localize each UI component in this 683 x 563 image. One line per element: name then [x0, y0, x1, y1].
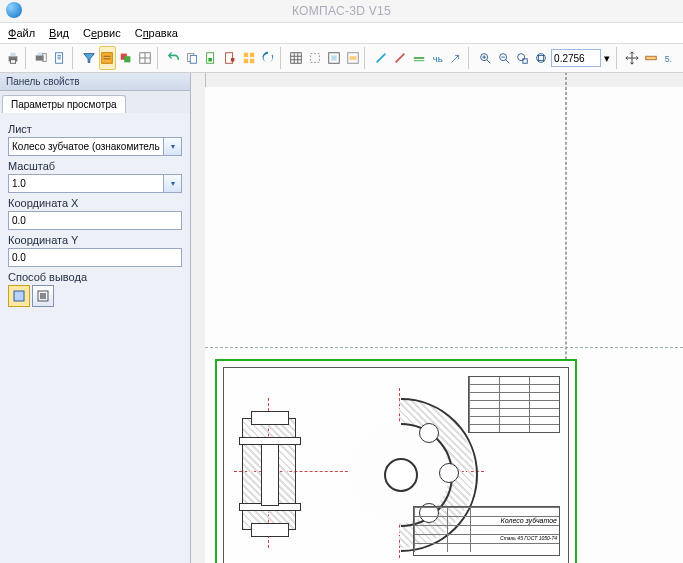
fit-icon[interactable] [325, 46, 343, 70]
svg-rect-7 [102, 53, 113, 64]
output-mode-1[interactable] [8, 285, 30, 307]
svg-rect-20 [250, 59, 254, 63]
tile-icon[interactable] [240, 46, 258, 70]
spec-table [468, 376, 560, 433]
measure-icon[interactable] [642, 46, 660, 70]
menu-file[interactable]: Файл [8, 27, 35, 39]
zoom-in-icon[interactable] [476, 46, 494, 70]
coord-y-label: Координата Y [8, 234, 182, 246]
page-boundary-2 [565, 73, 683, 563]
svg-rect-2 [10, 60, 15, 64]
arrow-icon[interactable] [447, 46, 465, 70]
svg-rect-6 [56, 53, 63, 64]
titlebar: КОМПАС-3D V15 [0, 0, 683, 23]
rotate-icon[interactable] [259, 46, 277, 70]
grid-icon[interactable] [287, 46, 305, 70]
zoom-out-icon[interactable] [495, 46, 513, 70]
layers-icon[interactable] [117, 46, 135, 70]
svg-rect-34 [646, 56, 657, 60]
drawing-canvas[interactable]: Колесо зубчатое Сталь 45 ГОСТ 1050-74 [191, 73, 683, 563]
app-logo-icon [6, 2, 22, 18]
scale-dropdown-icon[interactable]: ▾ [164, 174, 182, 193]
zoom-fit-icon[interactable] [532, 46, 550, 70]
svg-rect-26 [349, 56, 356, 60]
line3-icon[interactable] [410, 46, 428, 70]
more-icon[interactable]: 5. [661, 46, 679, 70]
menu-view[interactable]: Вид [49, 27, 69, 39]
svg-rect-12 [191, 55, 197, 63]
print-all-icon[interactable] [32, 46, 50, 70]
line1-icon[interactable] [372, 46, 390, 70]
svg-rect-24 [331, 55, 336, 60]
layout-icon[interactable] [136, 46, 154, 70]
svg-rect-22 [311, 54, 320, 63]
pan-icon[interactable] [623, 46, 641, 70]
svg-rect-33 [539, 55, 544, 60]
menubar: Файл Вид Сервис Справка [0, 23, 683, 44]
page-split-line [205, 347, 683, 348]
shaft-section [242, 418, 296, 530]
svg-rect-4 [38, 53, 43, 56]
undo-icon[interactable] [165, 46, 183, 70]
filter-icon[interactable] [80, 46, 98, 70]
sheet-area: Колесо зубчатое Сталь 45 ГОСТ 1050-74 [205, 87, 683, 563]
list-select[interactable] [8, 137, 164, 156]
doc2-icon[interactable] [221, 46, 239, 70]
svg-rect-36 [14, 291, 24, 301]
svg-point-30 [518, 54, 525, 61]
properties-panel: Панель свойств Параметры просмотра Лист … [0, 73, 191, 563]
coord-x-label: Координата X [8, 197, 182, 209]
scale-label: Масштаб [8, 160, 182, 172]
stamp-title: Колесо зубчатое [501, 517, 557, 524]
panel-tabs: Параметры просмотра [0, 91, 190, 113]
copy-icon[interactable] [183, 46, 201, 70]
print-icon[interactable] [4, 46, 22, 70]
zoom-window-icon[interactable] [513, 46, 531, 70]
svg-rect-18 [250, 53, 254, 57]
line2-icon[interactable] [391, 46, 409, 70]
output-mode-2[interactable] [32, 285, 54, 307]
scale-input[interactable] [8, 174, 164, 193]
svg-rect-38 [40, 293, 46, 299]
highlight-icon[interactable] [99, 46, 117, 70]
tab-view-params[interactable]: Параметры просмотра [2, 95, 126, 113]
doc1-icon[interactable] [202, 46, 220, 70]
svg-rect-1 [10, 53, 15, 57]
list-dropdown-icon[interactable]: ▾ [164, 137, 182, 156]
menu-service[interactable]: Сервис [83, 27, 121, 39]
app-title: КОМПАС-3D V15 [292, 4, 391, 18]
coord-x-input[interactable] [8, 211, 182, 230]
svg-rect-16 [231, 58, 235, 62]
title-block: Колесо зубчатое Сталь 45 ГОСТ 1050-74 [413, 506, 560, 556]
svg-rect-19 [244, 59, 248, 63]
svg-rect-21 [291, 53, 302, 64]
toolbar: чь ▾ 5. [0, 44, 683, 73]
select-window-icon[interactable] [306, 46, 324, 70]
drawing-frame: Колесо зубчатое Сталь 45 ГОСТ 1050-74 [223, 367, 569, 563]
text-icon[interactable]: чь [429, 46, 447, 70]
page-setup-icon[interactable] [51, 46, 69, 70]
svg-rect-9 [124, 56, 130, 62]
region-icon[interactable] [344, 46, 362, 70]
output-label: Способ вывода [8, 271, 182, 283]
zoom-field[interactable] [551, 49, 601, 67]
svg-rect-14 [209, 58, 213, 62]
svg-rect-17 [244, 53, 248, 57]
svg-text:5.: 5. [665, 54, 672, 64]
coord-y-input[interactable] [8, 248, 182, 267]
svg-text:чь: чь [433, 53, 443, 64]
dropdown-icon[interactable]: ▾ [602, 46, 613, 70]
panel-title: Панель свойств [0, 73, 190, 91]
menu-help[interactable]: Справка [135, 27, 178, 39]
drawing-sheet: Колесо зубчатое Сталь 45 ГОСТ 1050-74 [215, 359, 577, 563]
stamp-material: Сталь 45 ГОСТ 1050-74 [500, 535, 557, 541]
list-label: Лист [8, 123, 182, 135]
